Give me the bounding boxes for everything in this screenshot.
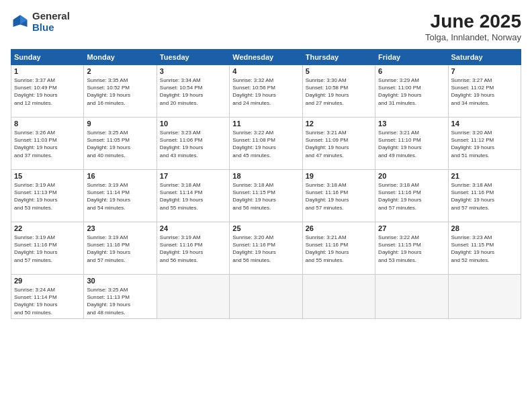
logo-general-text: General: [32, 11, 70, 22]
table-row: 29Sunrise: 3:24 AM Sunset: 11:14 PM Dayl…: [11, 275, 84, 319]
day-number: 27: [378, 224, 445, 232]
day-info: Sunrise: 3:37 AM Sunset: 10:49 PM Daylig…: [14, 77, 81, 107]
day-number: 1: [14, 67, 81, 75]
table-row: [375, 275, 448, 319]
day-number: 15: [14, 172, 81, 180]
calendar-page: General Blue June 2025 Tolga, Innlandet,…: [0, 0, 532, 411]
day-number: 18: [232, 172, 299, 180]
day-number: 13: [378, 120, 445, 128]
day-info: Sunrise: 3:29 AM Sunset: 11:00 PM Daylig…: [378, 77, 445, 107]
calendar-subtitle: Tolga, Innlandet, Norway: [425, 32, 521, 42]
day-number: 20: [378, 172, 445, 180]
day-info: Sunrise: 3:23 AM Sunset: 11:06 PM Daylig…: [160, 129, 226, 159]
table-row: [230, 275, 302, 319]
day-info: Sunrise: 3:21 AM Sunset: 11:16 PM Daylig…: [306, 234, 372, 264]
day-number: 22: [14, 224, 81, 232]
page-header: General Blue June 2025 Tolga, Innlandet,…: [11, 11, 521, 42]
logo-blue-text: Blue: [32, 22, 70, 34]
table-row: 27Sunrise: 3:22 AM Sunset: 11:15 PM Dayl…: [375, 222, 448, 275]
day-info: Sunrise: 3:35 AM Sunset: 10:52 PM Daylig…: [87, 77, 153, 107]
day-info: Sunrise: 3:22 AM Sunset: 11:08 PM Daylig…: [232, 129, 299, 159]
day-info: Sunrise: 3:32 AM Sunset: 10:56 PM Daylig…: [232, 77, 299, 107]
day-number: 12: [306, 120, 372, 128]
day-number: 30: [87, 277, 153, 285]
day-info: Sunrise: 3:19 AM Sunset: 11:13 PM Daylig…: [14, 181, 81, 212]
table-row: 15Sunrise: 3:19 AM Sunset: 11:13 PM Dayl…: [11, 170, 84, 222]
day-info: Sunrise: 3:24 AM Sunset: 11:14 PM Daylig…: [14, 286, 81, 316]
day-info: Sunrise: 3:21 AM Sunset: 11:09 PM Daylig…: [306, 129, 372, 159]
day-number: 24: [160, 224, 226, 232]
col-wednesday: Wednesday: [230, 50, 302, 65]
table-row: 12Sunrise: 3:21 AM Sunset: 11:09 PM Dayl…: [302, 118, 375, 170]
day-number: 6: [378, 67, 445, 75]
calendar-table: Sunday Monday Tuesday Wednesday Thursday…: [11, 49, 521, 319]
day-info: Sunrise: 3:19 AM Sunset: 11:16 PM Daylig…: [87, 234, 153, 264]
col-friday: Friday: [375, 50, 448, 65]
table-row: 7Sunrise: 3:27 AM Sunset: 11:02 PM Dayli…: [448, 65, 521, 118]
day-info: Sunrise: 3:20 AM Sunset: 11:16 PM Daylig…: [232, 234, 299, 264]
table-row: 24Sunrise: 3:19 AM Sunset: 11:16 PM Dayl…: [157, 222, 229, 275]
day-number: 10: [160, 120, 226, 128]
day-info: Sunrise: 3:19 AM Sunset: 11:14 PM Daylig…: [87, 181, 153, 212]
day-number: 16: [87, 172, 153, 180]
day-number: 11: [232, 120, 299, 128]
table-row: 10Sunrise: 3:23 AM Sunset: 11:06 PM Dayl…: [157, 118, 229, 170]
day-info: Sunrise: 3:18 AM Sunset: 11:16 PM Daylig…: [451, 181, 518, 212]
table-row: 21Sunrise: 3:18 AM Sunset: 11:16 PM Dayl…: [448, 170, 521, 222]
table-row: 16Sunrise: 3:19 AM Sunset: 11:14 PM Dayl…: [84, 170, 157, 222]
logo-text: General Blue: [32, 11, 70, 33]
day-number: 8: [14, 120, 81, 128]
col-monday: Monday: [84, 50, 157, 65]
table-row: [448, 275, 521, 319]
day-info: Sunrise: 3:30 AM Sunset: 10:58 PM Daylig…: [306, 77, 372, 107]
day-info: Sunrise: 3:18 AM Sunset: 11:16 PM Daylig…: [306, 181, 372, 212]
day-info: Sunrise: 3:27 AM Sunset: 11:02 PM Daylig…: [451, 77, 518, 107]
calendar-title: June 2025: [425, 11, 521, 32]
table-row: 23Sunrise: 3:19 AM Sunset: 11:16 PM Dayl…: [84, 222, 157, 275]
day-number: 23: [87, 224, 153, 232]
day-info: Sunrise: 3:25 AM Sunset: 11:13 PM Daylig…: [87, 286, 153, 316]
table-row: 26Sunrise: 3:21 AM Sunset: 11:16 PM Dayl…: [302, 222, 375, 275]
table-row: 17Sunrise: 3:18 AM Sunset: 11:14 PM Dayl…: [157, 170, 229, 222]
col-saturday: Saturday: [448, 50, 521, 65]
table-row: 13Sunrise: 3:21 AM Sunset: 11:10 PM Dayl…: [375, 118, 448, 170]
header-row: Sunday Monday Tuesday Wednesday Thursday…: [11, 50, 521, 65]
day-info: Sunrise: 3:18 AM Sunset: 11:14 PM Daylig…: [160, 181, 226, 212]
logo-icon: [11, 13, 30, 32]
col-tuesday: Tuesday: [157, 50, 229, 65]
title-block: June 2025 Tolga, Innlandet, Norway: [425, 11, 521, 42]
day-number: 9: [87, 120, 153, 128]
table-row: 25Sunrise: 3:20 AM Sunset: 11:16 PM Dayl…: [230, 222, 302, 275]
day-number: 21: [451, 172, 518, 180]
day-info: Sunrise: 3:18 AM Sunset: 11:16 PM Daylig…: [378, 181, 445, 212]
table-row: 11Sunrise: 3:22 AM Sunset: 11:08 PM Dayl…: [230, 118, 302, 170]
table-row: 14Sunrise: 3:20 AM Sunset: 11:12 PM Dayl…: [448, 118, 521, 170]
table-row: [302, 275, 375, 319]
day-number: 19: [306, 172, 372, 180]
table-row: 2Sunrise: 3:35 AM Sunset: 10:52 PM Dayli…: [84, 65, 157, 118]
day-number: 25: [232, 224, 299, 232]
day-info: Sunrise: 3:34 AM Sunset: 10:54 PM Daylig…: [160, 77, 226, 107]
table-row: [157, 275, 229, 319]
day-info: Sunrise: 3:22 AM Sunset: 11:15 PM Daylig…: [378, 234, 445, 264]
table-row: 20Sunrise: 3:18 AM Sunset: 11:16 PM Dayl…: [375, 170, 448, 222]
day-number: 2: [87, 67, 153, 75]
day-info: Sunrise: 3:18 AM Sunset: 11:15 PM Daylig…: [232, 181, 299, 212]
table-row: 19Sunrise: 3:18 AM Sunset: 11:16 PM Dayl…: [302, 170, 375, 222]
day-info: Sunrise: 3:26 AM Sunset: 11:03 PM Daylig…: [14, 129, 81, 159]
table-row: 5Sunrise: 3:30 AM Sunset: 10:58 PM Dayli…: [302, 65, 375, 118]
col-sunday: Sunday: [11, 50, 84, 65]
day-number: 28: [451, 224, 518, 232]
day-number: 26: [306, 224, 372, 232]
day-number: 5: [306, 67, 372, 75]
day-info: Sunrise: 3:23 AM Sunset: 11:15 PM Daylig…: [451, 234, 518, 264]
table-row: 6Sunrise: 3:29 AM Sunset: 11:00 PM Dayli…: [375, 65, 448, 118]
day-number: 29: [14, 277, 81, 285]
table-row: 22Sunrise: 3:19 AM Sunset: 11:16 PM Dayl…: [11, 222, 84, 275]
table-row: 30Sunrise: 3:25 AM Sunset: 11:13 PM Dayl…: [84, 275, 157, 319]
table-row: 1Sunrise: 3:37 AM Sunset: 10:49 PM Dayli…: [11, 65, 84, 118]
day-info: Sunrise: 3:25 AM Sunset: 11:05 PM Daylig…: [87, 129, 153, 159]
day-number: 17: [160, 172, 226, 180]
day-info: Sunrise: 3:19 AM Sunset: 11:16 PM Daylig…: [160, 234, 226, 264]
day-number: 7: [451, 67, 518, 75]
